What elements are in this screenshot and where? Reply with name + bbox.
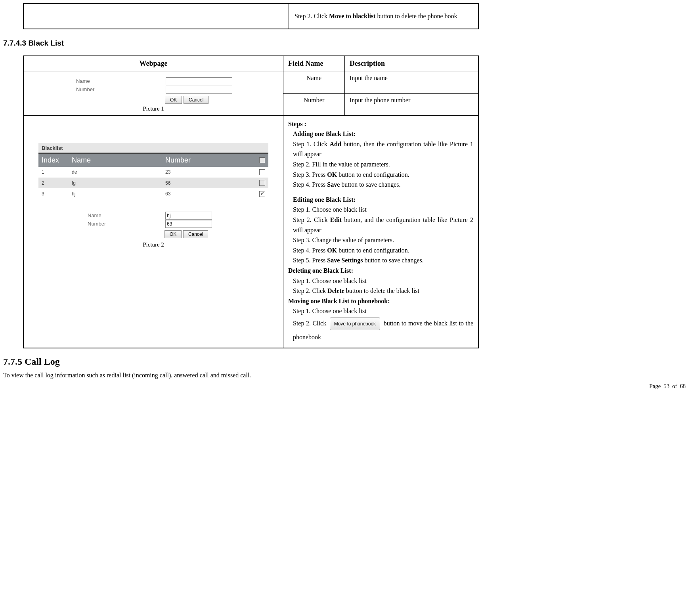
p1-ok-button[interactable]: OK [165,96,182,104]
th-fieldname: Field Name [283,56,345,71]
bl-r1-number: 56 [162,178,245,188]
th-description: Description [345,56,479,71]
top-remnant-table: Step 2. Click Move to blacklist button t… [23,3,479,29]
bl-r2-index: 3 [38,188,69,199]
p1-name-label: Name [75,78,163,84]
steps-cell: Steps : Adding one Black List: Step 1. C… [283,115,479,348]
top-step2-suffix: button to delete the phone book [375,13,457,19]
top-empty-cell [23,4,289,29]
p1-number-label: Number [75,86,163,92]
bl-th-check [245,154,268,167]
bl-r0-index: 1 [38,167,69,178]
row-name-field: Name [283,71,345,93]
del-heading: Deleting one Black List: [288,267,353,274]
bl-r2-number: 63 [162,188,245,199]
picture1-cell: Name Number OK Cancel Picture 1 [23,71,283,115]
table-row: 1 de 23 [38,167,268,178]
bl-r0-number: 23 [162,167,245,178]
p2-edit-form: Name Number OK Cancel [86,211,212,238]
top-step2-bold: Move to blacklist [329,13,375,19]
picture2-cell: Blacklist Index Name Number [23,115,283,348]
heading-calllog: 7.7.5 Call Log [3,356,688,367]
picture1-caption: Picture 1 [29,105,278,112]
row-name-desc: Input the name [345,71,479,93]
blacklist-title: Blacklist [38,143,268,154]
bl-th-name: Name [69,154,162,167]
edit-heading: Editing one Black List: [293,196,356,203]
table-row: 2 fg 56 [38,178,268,188]
header-checkbox[interactable] [259,157,265,163]
p2-number-input[interactable] [165,220,212,228]
add-heading: Adding one Black List: [293,130,356,137]
p2-name-label: Name [86,212,163,218]
p1-name-input[interactable] [166,77,232,85]
row-checkbox[interactable] [259,169,265,175]
bl-th-number: Number [162,154,245,167]
p1-cancel-button[interactable]: Cancel [184,96,208,104]
bl-r1-index: 2 [38,178,69,188]
heading-blacklist: 7.7.4.3 Black List [3,39,688,48]
bl-r0-name: de [69,167,162,178]
move-heading: Moving one Black List to phonebook: [288,298,390,304]
steps-title: Steps : [288,120,306,127]
row-number-field: Number [283,93,345,115]
table-row: 3 hj 63 ✔ [38,188,268,199]
page-number: Page 53 of 68 [3,383,688,390]
p2-cancel-button[interactable]: Cancel [183,230,208,238]
calllog-text: To view the call log information such as… [3,372,688,379]
row-checkbox[interactable]: ✔ [259,191,265,197]
th-webpage: Webpage [23,56,283,71]
bl-r1-name: fg [69,178,162,188]
bl-r2-name: hj [69,188,162,199]
top-step2-prefix: Step 2. Click [295,13,329,19]
picture2-caption: Picture 2 [29,241,278,248]
blacklist-table: Index Name Number 1 de 23 [38,154,268,199]
row-number-desc: Input the phone number [345,93,479,115]
p2-ok-button[interactable]: OK [164,230,182,238]
move-to-phonebook-button[interactable]: Move to phonebook [330,317,380,330]
blacklist-panel: Blacklist Index Name Number [38,143,268,238]
picture1-form: Name Number OK Cancel [75,77,232,104]
row-checkbox[interactable] [259,180,265,186]
p2-number-label: Number [86,221,163,227]
p1-number-input[interactable] [166,86,232,94]
p2-name-input[interactable] [165,212,212,220]
blacklist-main-table: Webpage Field Name Description Name Numb… [23,55,479,348]
bl-th-index: Index [38,154,69,167]
top-step2-cell: Step 2. Click Move to blacklist button t… [289,4,479,29]
